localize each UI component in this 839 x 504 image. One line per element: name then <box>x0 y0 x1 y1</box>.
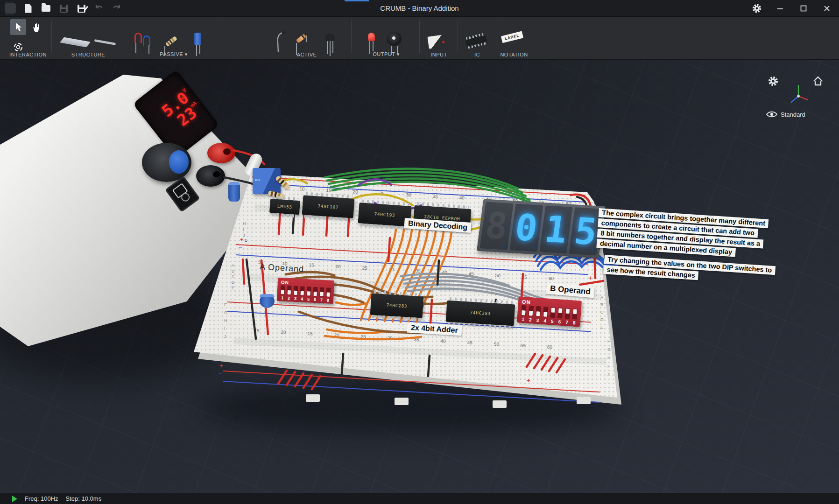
settings-button[interactable] <box>751 3 762 14</box>
chip-adder-1[interactable]: 74HC283 <box>370 294 424 318</box>
potentiometer[interactable]: 103 <box>253 168 281 194</box>
minimize-icon <box>776 5 784 12</box>
board-number: 35 <box>432 194 438 199</box>
chip-adder-2[interactable]: 74HC283 <box>446 301 515 326</box>
dip-a-switch-8[interactable] <box>326 287 331 297</box>
section-label-active: ACTIVE <box>267 52 346 57</box>
gear-icon <box>768 76 779 87</box>
board-number: 40 <box>440 338 446 344</box>
chip-label: LM555 <box>277 204 293 210</box>
chip-label: 74HC193 <box>374 211 395 217</box>
axis-gizmo-icon <box>787 82 810 110</box>
cursor-icon <box>14 22 22 32</box>
board-number: 50 <box>495 273 501 278</box>
scene-viewport[interactable]: 5.0V 23mA 51015202530354045505560 510152… <box>0 60 839 493</box>
psu-negative-jack[interactable] <box>196 165 225 187</box>
dip-a-switch-5[interactable] <box>306 287 311 296</box>
close-button[interactable] <box>821 3 832 14</box>
hand-tool-button[interactable] <box>29 20 45 36</box>
plus-mark: + <box>527 377 530 384</box>
label-part-icon[interactable]: LABEL <box>501 31 523 43</box>
chip-74hc193[interactable]: 74HC193 <box>358 203 412 227</box>
board-letter: J <box>607 372 611 377</box>
board-letter: B <box>232 269 235 273</box>
board-letter: H <box>224 318 227 323</box>
gear-icon <box>752 3 762 14</box>
toolbar-section-active: ACTIVE <box>267 17 346 60</box>
play-button[interactable] <box>12 496 17 502</box>
hand-icon <box>32 23 42 33</box>
board-letter: J <box>224 334 227 339</box>
dip-number: 7 <box>319 298 324 302</box>
board-number: 40 <box>459 195 465 201</box>
dip-b-switch-5[interactable] <box>550 307 556 318</box>
board-letter: E <box>232 286 235 290</box>
display-digit: 1 <box>539 205 573 253</box>
toolbar-section-notation: LABEL NOTATION <box>498 17 530 60</box>
board-number: 60 <box>547 344 553 350</box>
board-letter: I <box>607 364 611 369</box>
home-view-button[interactable] <box>812 76 824 87</box>
dip-b-switch-6[interactable] <box>557 308 563 318</box>
board-number: 30 <box>388 267 394 273</box>
capacitor[interactable] <box>260 294 275 308</box>
dip-number: 7 <box>564 320 570 325</box>
board-number: 10 <box>281 329 286 335</box>
dip-b-switch-2[interactable] <box>529 306 534 316</box>
dip-a-switch-1[interactable] <box>280 285 285 294</box>
dip-a-switch-2[interactable] <box>287 286 291 295</box>
seven-segment-display[interactable]: 8 0 1 5 <box>477 199 606 258</box>
annotation-hint[interactable]: Try changing the values on the two DIP s… <box>603 255 776 287</box>
dip-a-switch-4[interactable] <box>300 286 304 295</box>
board-letter: A <box>232 263 235 268</box>
dip-a-switch-7[interactable] <box>319 287 324 297</box>
psu-voltage-knob[interactable] <box>142 143 191 182</box>
capacitor[interactable] <box>228 182 240 202</box>
psu-positive-jack[interactable] <box>207 143 235 163</box>
board-number: 10 <box>299 186 305 192</box>
dip-b-switch-3[interactable] <box>536 306 541 317</box>
dip-b-switch-1[interactable] <box>521 305 527 316</box>
dip-b-switch-4[interactable] <box>543 307 549 317</box>
board-number: 25 <box>360 334 366 339</box>
rod-part-icon[interactable] <box>94 39 116 45</box>
power-supply-part-icon[interactable] <box>427 34 448 49</box>
view-mode-button[interactable] <box>766 110 778 119</box>
board-number: 30 <box>406 192 411 198</box>
toolbar-section-structure: STRUCTURE <box>55 17 121 60</box>
board-number: 45 <box>468 271 474 277</box>
toolbar-separator <box>221 21 221 53</box>
viewport-settings-button[interactable] <box>768 76 779 87</box>
dip-switch-b[interactable]: ON 12345678 <box>517 296 582 327</box>
maximize-button[interactable] <box>798 3 809 14</box>
chip-lm555[interactable]: LM555 <box>269 199 300 215</box>
toolbar-section-output: OUTPUT ▾ <box>356 17 416 60</box>
board-foot <box>306 394 320 402</box>
board-letter: G <box>607 347 611 352</box>
dip-a-switch-3[interactable] <box>293 286 298 295</box>
chip-74hc107[interactable]: 74HC107 <box>302 195 355 218</box>
chip-label: 74HC283 <box>470 310 491 316</box>
letter-col-fj-right: FGHIJ <box>607 339 611 377</box>
section-label-input: INPUT <box>423 52 455 57</box>
pot-marking: 103 <box>254 178 260 182</box>
step-readout: Step: 10.0ms <box>66 495 102 502</box>
display-digit: 0 <box>509 204 543 252</box>
axis-gizmo[interactable] <box>787 82 810 110</box>
ic-part-icon[interactable] <box>465 35 487 47</box>
dip-b-switch-7[interactable] <box>565 308 571 319</box>
letter-col-ae-left: ABCDE <box>232 263 235 290</box>
dip-switch-a[interactable]: ON 12345678 <box>277 278 334 304</box>
board-letter: F <box>607 339 611 343</box>
board-number: 50 <box>494 341 499 347</box>
board-letter: C <box>232 274 235 279</box>
section-label-structure: STRUCTURE <box>55 52 121 57</box>
dip-a-switch-6[interactable] <box>313 287 317 296</box>
toolbar-separator <box>419 21 420 53</box>
select-tool-button[interactable] <box>10 19 26 35</box>
dip-b-switch-8[interactable] <box>572 308 578 319</box>
breadboard-part-icon[interactable] <box>60 37 91 48</box>
chip-label: 74HC107 <box>317 203 339 210</box>
minimize-button[interactable] <box>775 3 786 14</box>
annotation-description[interactable]: The complex circuit brings together many… <box>596 208 769 260</box>
